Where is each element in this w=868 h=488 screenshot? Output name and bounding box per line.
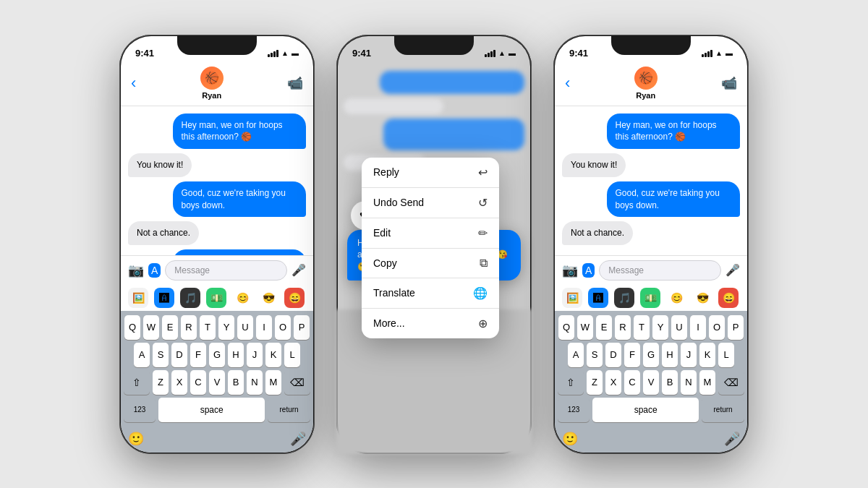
key3-123[interactable]: 123 [558,398,590,422]
menu-item-more[interactable]: More... ⊕ [362,309,499,338]
appstore-icon-3[interactable]: A [582,263,595,278]
memoji-3c[interactable]: 😄 [718,288,739,308]
key-l[interactable]: L [284,343,300,367]
key3-z[interactable]: Z [587,370,603,395]
key-r[interactable]: R [181,315,197,340]
key-delete[interactable]: ⌫ [284,370,310,395]
menu-item-translate[interactable]: Translate 🌐 [362,278,499,309]
key-d[interactable]: D [171,343,187,367]
camera-icon-3[interactable]: 📷 [562,262,578,278]
key3-m[interactable]: M [699,370,715,395]
menu-item-reply[interactable]: Reply ↩ [362,158,499,188]
video-button-1[interactable]: 📹 [287,75,303,91]
key-b[interactable]: B [228,370,244,395]
key3-q[interactable]: Q [558,315,574,340]
key3-g[interactable]: G [643,343,659,367]
mic-icon-1[interactable]: 🎤 [292,263,306,277]
key-s[interactable]: S [153,343,169,367]
key3-f[interactable]: F [624,343,640,367]
key-z[interactable]: Z [153,370,169,395]
key-c[interactable]: C [190,370,206,395]
key-t[interactable]: T [200,315,216,340]
key-v[interactable]: V [209,370,225,395]
key-g[interactable]: G [209,343,225,367]
key3-w[interactable]: W [577,315,593,340]
music-app-1[interactable]: 🎵 [180,288,200,308]
key-u[interactable]: U [237,315,253,340]
key-shift[interactable]: ⇧ [124,370,150,395]
appstore-icon-1[interactable]: A [148,263,161,278]
nav-center-3[interactable]: 🏀 Ryan [634,67,658,100]
key3-v[interactable]: V [643,370,659,395]
memoji-3[interactable]: 😄 [284,288,305,308]
music-app-3[interactable]: 🎵 [614,288,634,308]
emoji-icon-1[interactable]: 🙂 [128,431,144,447]
mic-bottom-3[interactable]: 🎤 [724,431,740,447]
key3-i[interactable]: I [690,315,706,340]
memoji-3a[interactable]: 😊 [666,288,686,308]
key3-k[interactable]: K [699,343,715,367]
memoji-1[interactable]: 😊 [232,288,252,308]
key3-p[interactable]: P [728,315,744,340]
key3-j[interactable]: J [681,343,697,367]
cash-app-1[interactable]: 💵 [206,288,226,308]
cash-app-3[interactable]: 💵 [640,288,660,308]
key-m[interactable]: M [265,370,281,395]
appstore-app-3[interactable]: 🅰 [588,288,608,308]
key3-x[interactable]: X [605,370,621,395]
key3-r[interactable]: R [615,315,631,340]
key-p[interactable]: P [294,315,310,340]
nav-center-1[interactable]: 🏀 Ryan [200,67,224,100]
menu-item-copy[interactable]: Copy ⧉ [362,249,499,278]
key-i[interactable]: I [256,315,272,340]
key-j[interactable]: J [247,343,263,367]
emoji-icon-3[interactable]: 🙂 [562,431,578,447]
key3-a[interactable]: A [568,343,584,367]
key3-l[interactable]: L [718,343,734,367]
key-123[interactable]: 123 [124,398,156,422]
camera-icon-1[interactable]: 📷 [128,262,144,278]
key-q[interactable]: Q [124,315,140,340]
key3-h[interactable]: H [662,343,678,367]
message-input-3[interactable]: Message [599,260,721,281]
key3-e[interactable]: E [596,315,612,340]
key-space[interactable]: space [158,398,265,422]
back-button-3[interactable]: ‹ [565,74,570,93]
key3-return[interactable]: return [702,398,744,422]
memoji-2[interactable]: 😎 [258,288,278,308]
key-f[interactable]: F [190,343,206,367]
key-a[interactable]: A [134,343,150,367]
key3-t[interactable]: T [634,315,650,340]
key3-o[interactable]: O [709,315,725,340]
key3-n[interactable]: N [681,370,697,395]
key3-u[interactable]: U [671,315,687,340]
key-return[interactable]: return [268,398,310,422]
key3-shift[interactable]: ⇧ [558,370,584,395]
key3-s[interactable]: S [587,343,603,367]
key-e[interactable]: E [162,315,178,340]
video-button-3[interactable]: 📹 [721,75,737,91]
menu-item-undo[interactable]: Undo Send ↺ [362,188,499,218]
photos-app-3[interactable]: 🖼️ [562,288,582,308]
key-x[interactable]: X [171,370,187,395]
appstore-app-1[interactable]: 🅰 [154,288,174,308]
key3-d[interactable]: D [605,343,621,367]
message-input-1[interactable]: Message [165,260,287,281]
key-y[interactable]: Y [218,315,234,340]
key3-y[interactable]: Y [652,315,668,340]
key-n[interactable]: N [247,370,263,395]
mic-icon-3[interactable]: 🎤 [726,263,740,277]
key3-space[interactable]: space [592,398,699,422]
key-w[interactable]: W [143,315,159,340]
back-button-1[interactable]: ‹ [131,74,136,93]
menu-item-edit[interactable]: Edit ✏ [362,218,499,249]
key-h[interactable]: H [228,343,244,367]
key3-delete[interactable]: ⌫ [718,370,744,395]
memoji-3b[interactable]: 😎 [692,288,712,308]
key-o[interactable]: O [275,315,291,340]
photos-app-1[interactable]: 🖼️ [128,288,148,308]
key3-b[interactable]: B [662,370,678,395]
mic-bottom-1[interactable]: 🎤 [290,431,306,447]
key-k[interactable]: K [265,343,281,367]
key3-c[interactable]: C [624,370,640,395]
